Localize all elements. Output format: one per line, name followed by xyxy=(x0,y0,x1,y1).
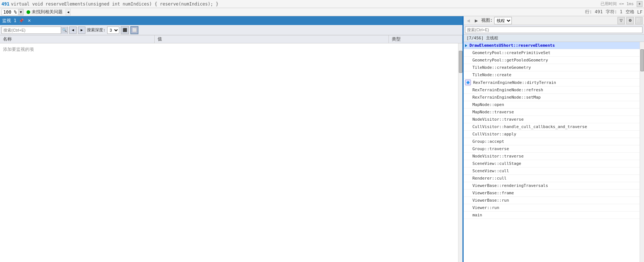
call-stack-item[interactable]: ViewerBase::run xyxy=(464,197,640,204)
call-stack-item[interactable]: 🔷RexTerrainEngineNode::dirtyTerrain xyxy=(464,79,640,86)
call-stack-scrollbar[interactable] xyxy=(640,42,644,262)
char-position: 字符: 1 xyxy=(606,9,623,15)
call-stack-item-text: GeometryPool::createPrimitiveSet xyxy=(472,50,550,55)
call-stack-item-text: RexTerrainEngineNode::setMap xyxy=(472,95,541,100)
right-nav-back-button[interactable]: ◄ xyxy=(465,18,472,24)
space-indicator: 空格 xyxy=(626,9,634,15)
watch-panel-pin-button[interactable]: 📌 xyxy=(18,18,25,24)
call-stack-item-text: TileNode::create xyxy=(472,72,511,77)
call-stack-item-text: Group::traverse xyxy=(472,146,509,151)
watch-panel-close-button[interactable]: ✕ xyxy=(27,18,32,24)
watch-table: 名称 值 类型 添加要监视的项 xyxy=(0,35,462,262)
table-header-value: 值 xyxy=(155,35,389,43)
call-stack-item-text: main xyxy=(472,213,482,217)
call-stack-item-text: ViewerBase::frame xyxy=(472,191,514,195)
watch-search-icon-button[interactable]: 🔍 xyxy=(61,26,67,34)
call-stack-item-text: CullVisitor::apply xyxy=(472,132,516,137)
call-stack-item-text: NodeVisitor::traverse xyxy=(472,117,524,122)
call-stack-item[interactable]: ViewerBase::renderingTraversals xyxy=(464,182,640,190)
call-stack-item[interactable]: main xyxy=(464,212,640,219)
call-stack-item[interactable]: TileNode::createGeometry xyxy=(464,64,640,71)
call-stack-item[interactable]: SceneView::cull xyxy=(464,167,640,175)
watch-search-input-wrap: 🔍 xyxy=(1,26,68,34)
call-stack-item[interactable]: RexTerrainEngineNode::refresh xyxy=(464,86,640,94)
right-filter-btn[interactable]: ▽ xyxy=(617,17,625,24)
watch-empty-hint: 添加要监视的项 xyxy=(0,43,458,56)
watch-toolbar-btn1[interactable]: ⬛ xyxy=(121,26,129,34)
line-position: 行: 491 xyxy=(585,9,603,15)
lf-indicator: LF xyxy=(637,10,643,15)
call-stack-item[interactable]: CullVisitor::handle_cull_callbacks_and_t… xyxy=(464,123,640,131)
call-stack-item[interactable]: MapNode::traverse xyxy=(464,109,640,116)
call-stack-item-text: SceneView::cull xyxy=(472,169,509,173)
call-stack-item[interactable]: Viewer::run xyxy=(464,204,640,212)
call-stack-item[interactable]: GeometryPool::createPrimitiveSet xyxy=(464,49,640,57)
call-stack-body: DrawElementsUShort::reserveElementsGeome… xyxy=(464,42,644,262)
call-stack-item[interactable]: NodeVisitor::traverse xyxy=(464,153,640,160)
stack-icon: 🔷 xyxy=(465,79,471,85)
call-stack-item[interactable]: SceneView::cullStage xyxy=(464,160,640,167)
watch-nav-next-button[interactable]: ► xyxy=(78,26,85,34)
view-select[interactable]: 线程 模块 xyxy=(494,17,512,24)
call-stack-item[interactable]: RexTerrainEngineNode::setMap xyxy=(464,94,640,101)
watch-nav-prev-button[interactable]: ◄ xyxy=(69,26,77,34)
position-info: 行: 491 字符: 1 空格 LF xyxy=(585,9,643,15)
call-stack-item-text: Renderer::cull xyxy=(472,176,507,181)
right-toolbar: ◄ ► 视图: 线程 模块 ▽ ⚙ ⬜ xyxy=(464,16,644,25)
main-layout: 监视 1 📌 ✕ 🔍 ◄ ► 搜索深度: 3 1 2 4 5 ⬛ ⬜ xyxy=(0,16,644,262)
thread-info-text: [7/456] 主线程 xyxy=(467,36,498,40)
call-stack-item[interactable]: TileNode::create xyxy=(464,71,640,79)
call-stack-item-text: ViewerBase::renderingTraversals xyxy=(472,183,548,188)
watch-scrollbar-thumb[interactable] xyxy=(459,51,462,73)
call-stack-item-text: RexTerrainEngineNode::refresh xyxy=(472,88,543,92)
call-stack-item[interactable]: Renderer::cull xyxy=(464,175,640,182)
call-stack-list: DrawElementsUShort::reserveElementsGeome… xyxy=(464,42,640,262)
call-stack-item[interactable]: Group::accept xyxy=(464,138,640,145)
call-stack-item-text: Group::accept xyxy=(472,139,504,144)
right-search-input[interactable] xyxy=(465,26,643,33)
call-stack-item-text: NodeVisitor::traverse xyxy=(472,154,524,159)
right-search-bar xyxy=(464,25,644,35)
call-stack-item[interactable]: Group::traverse xyxy=(464,145,640,153)
stack-arrow-icon xyxy=(465,44,467,47)
search-depth-label: 搜索深度: xyxy=(87,27,106,33)
table-header-type: 类型 xyxy=(389,35,462,43)
call-stack-item[interactable]: DrawElementsUShort::reserveElements xyxy=(464,42,640,49)
code-snippet: virtual void reserveElements(unsigned in… xyxy=(11,1,601,7)
call-stack-item-text: TileNode::createGeometry xyxy=(472,65,531,70)
watch-panel-header: 监视 1 📌 ✕ xyxy=(0,16,462,25)
call-stack-scrollbar-thumb[interactable] xyxy=(640,49,644,71)
time-used: 已用时间 <= 1ms xyxy=(601,1,634,7)
call-stack-item-text: MapNode::traverse xyxy=(472,110,514,114)
right-settings-btn[interactable]: ⚙ xyxy=(626,17,634,24)
call-stack-item-text: GeometryPool::getPooledGeometry xyxy=(472,58,548,63)
watch-table-body: 添加要监视的项 xyxy=(0,43,458,262)
scroll-up-button[interactable]: + xyxy=(637,1,643,7)
call-stack-item[interactable]: CullVisitor::apply xyxy=(464,131,640,138)
watch-panel-title: 监视 1 xyxy=(2,18,16,24)
zoom-dropdown-button[interactable]: ▼ xyxy=(18,9,24,15)
right-expand-btn[interactable]: ⬜ xyxy=(635,17,643,24)
call-stack-item-text: RexTerrainEngineNode::dirtyTerrain xyxy=(473,80,556,85)
call-stack-item-text: ViewerBase::run xyxy=(472,198,509,203)
watch-toolbar-btn2[interactable]: ⬜ xyxy=(130,26,138,34)
call-stack-item[interactable]: NodeVisitor::traverse xyxy=(464,116,640,123)
status-dot-green xyxy=(27,10,30,14)
right-nav-forward-button[interactable]: ► xyxy=(473,18,480,24)
scroll-left-button[interactable]: ◄ xyxy=(66,9,71,15)
table-header-name: 名称 xyxy=(0,35,155,43)
call-stack-item[interactable]: ViewerBase::frame xyxy=(464,190,640,197)
call-stack-item[interactable]: GeometryPool::getPooledGeometry xyxy=(464,57,640,64)
status-text: 未找到相关问题 xyxy=(32,9,63,15)
call-stack-item[interactable]: MapNode::open xyxy=(464,101,640,109)
second-bar: 100 % ▼ 未找到相关问题 ◄ 行: 491 字符: 1 空格 LF xyxy=(0,8,644,16)
top-bar: 491 virtual void reserveElements(unsigne… xyxy=(0,0,644,8)
call-stack-panel: ◄ ► 视图: 线程 模块 ▽ ⚙ ⬜ [7/456] 主线程 DrawElem… xyxy=(464,16,644,262)
call-stack-item-text: Viewer::run xyxy=(472,205,499,210)
watch-search-input[interactable] xyxy=(2,27,61,33)
call-stack-item-text: DrawElementsUShort::reserveElements xyxy=(469,43,555,48)
search-depth-select[interactable]: 3 1 2 4 5 xyxy=(107,26,119,34)
watch-scrollbar[interactable] xyxy=(458,43,462,262)
thread-info: [7/456] 主线程 xyxy=(464,35,644,42)
watch-panel: 监视 1 📌 ✕ 🔍 ◄ ► 搜索深度: 3 1 2 4 5 ⬛ ⬜ xyxy=(0,16,464,262)
